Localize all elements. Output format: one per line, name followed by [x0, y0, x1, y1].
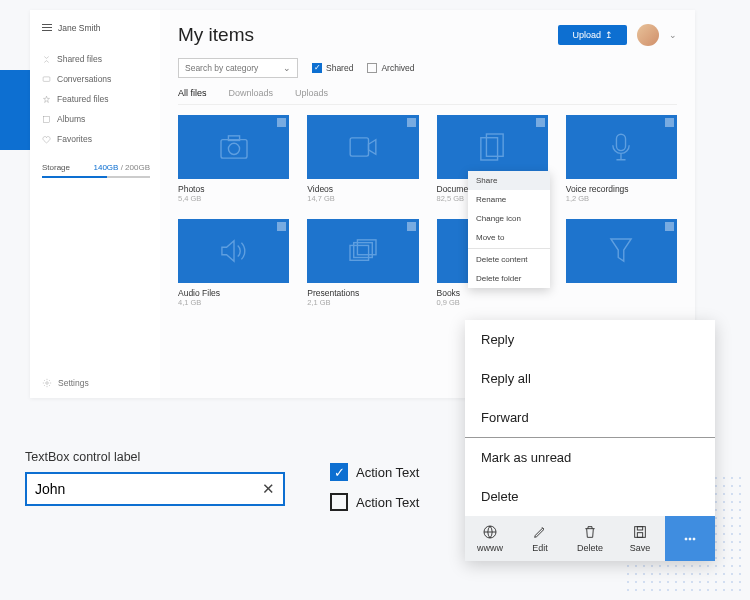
panel-delete[interactable]: Delete — [465, 477, 715, 516]
action-checks: ✓Action Text Action Text — [330, 463, 419, 523]
card-presentations[interactable]: Presentations 2,1 GB — [307, 219, 418, 307]
svg-rect-19 — [637, 533, 642, 538]
upload-icon: ↥ — [605, 30, 613, 40]
textbox-label: TextBox control label — [25, 450, 285, 464]
svg-point-2 — [46, 382, 49, 385]
dropdown-placeholder: Search by category — [185, 63, 258, 73]
card-sub: 14,7 GB — [307, 194, 418, 203]
decorative-block — [0, 70, 30, 150]
card-title: Audio Files — [178, 288, 289, 298]
clear-icon[interactable]: ✕ — [262, 480, 275, 498]
toolbar-label: Edit — [532, 543, 548, 553]
hamburger-icon[interactable] — [42, 22, 52, 33]
action-check-off[interactable]: Action Text — [330, 493, 419, 511]
avatar[interactable] — [637, 24, 659, 46]
action-text-label: Action Text — [356, 465, 419, 480]
textbox-input[interactable] — [35, 481, 262, 497]
context-menu: Share Rename Change icon Move to Delete … — [468, 171, 550, 288]
tab-all-files[interactable]: All files — [178, 88, 207, 98]
user-row[interactable]: Jane Smith — [42, 22, 150, 33]
menu-change-icon[interactable]: Change icon — [468, 209, 550, 228]
menu-delete-content[interactable]: Delete content — [468, 250, 550, 269]
action-text-label: Action Text — [356, 495, 419, 510]
toolbar-save[interactable]: Save — [615, 516, 665, 561]
storage-used: 140GB — [94, 163, 119, 172]
card-title: Voice recordings — [566, 184, 677, 194]
tabs: All files Downloads Uploads — [178, 88, 677, 105]
toolbar-delete[interactable]: Delete — [565, 516, 615, 561]
svg-rect-0 — [43, 76, 50, 81]
sidebar-item-featured[interactable]: Featured files — [42, 89, 150, 109]
svg-rect-1 — [44, 116, 50, 122]
toolbar-edit[interactable]: Edit — [515, 516, 565, 561]
shared-checkbox[interactable]: ✓Shared — [312, 63, 353, 73]
card-photos[interactable]: Photos 5,4 GB — [178, 115, 289, 203]
card-title: Photos — [178, 184, 289, 194]
panel-forward[interactable]: Forward — [465, 398, 715, 437]
archived-label: Archived — [381, 63, 414, 73]
category-dropdown[interactable]: Search by category ⌄ — [178, 58, 298, 78]
card-title: Presentations — [307, 288, 418, 298]
sidebar-item-label: Shared files — [57, 54, 102, 64]
toolbar-label: Save — [630, 543, 651, 553]
toolbar-label: Delete — [577, 543, 603, 553]
sidebar-item-conversations[interactable]: Conversations — [42, 69, 150, 89]
shared-label: Shared — [326, 63, 353, 73]
menu-separator — [468, 248, 550, 249]
svg-rect-18 — [637, 527, 642, 530]
upload-button[interactable]: Upload ↥ — [558, 25, 627, 45]
settings-label: Settings — [58, 378, 89, 388]
tab-downloads[interactable]: Downloads — [229, 88, 274, 98]
storage-bar — [42, 176, 150, 178]
toolbar-more[interactable] — [665, 516, 715, 561]
documents-icon — [479, 132, 505, 162]
sidebar-item-label: Conversations — [57, 74, 111, 84]
save-icon — [632, 524, 648, 540]
card-sub: 5,4 GB — [178, 194, 289, 203]
svg-point-4 — [228, 143, 239, 154]
card-videos[interactable]: Videos 14,7 GB — [307, 115, 418, 203]
trash-icon — [582, 524, 598, 540]
archived-checkbox[interactable]: Archived — [367, 63, 414, 73]
card-title: Videos — [307, 184, 418, 194]
svg-rect-9 — [617, 134, 626, 150]
menu-share[interactable]: Share — [468, 171, 550, 190]
panel-mark-unread[interactable]: Mark as unread — [465, 438, 715, 477]
storage-capacity: 200GB — [125, 163, 150, 172]
menu-move-to[interactable]: Move to — [468, 228, 550, 247]
textbox-control: TextBox control label ✕ — [25, 450, 285, 506]
page-title: My items — [178, 24, 254, 46]
sidebar-item-shared[interactable]: Shared files — [42, 49, 150, 69]
user-name: Jane Smith — [58, 23, 101, 33]
storage-label: Storage — [42, 163, 70, 172]
chevron-down-icon[interactable]: ⌄ — [669, 30, 677, 40]
menu-delete-folder[interactable]: Delete folder — [468, 269, 550, 288]
svg-rect-6 — [350, 138, 368, 156]
sidebar-item-label: Favorites — [57, 134, 92, 144]
card-sub: 1,2 GB — [566, 194, 677, 203]
card-filter[interactable] — [566, 219, 677, 307]
panel-toolbar: wwww Edit Delete Save — [465, 516, 715, 561]
panel-reply-all[interactable]: Reply all — [465, 359, 715, 398]
tab-uploads[interactable]: Uploads — [295, 88, 328, 98]
video-icon — [348, 136, 378, 158]
chevron-down-icon: ⌄ — [283, 63, 291, 73]
action-check-on[interactable]: ✓Action Text — [330, 463, 419, 481]
svg-rect-5 — [228, 136, 239, 141]
svg-rect-3 — [221, 140, 247, 159]
card-audio[interactable]: Audio Files 4,1 GB — [178, 219, 289, 307]
toolbar-globe[interactable]: wwww — [465, 516, 515, 561]
action-panel: Reply Reply all Forward Mark as unread D… — [465, 320, 715, 561]
mic-icon — [611, 132, 631, 162]
menu-rename[interactable]: Rename — [468, 190, 550, 209]
sidebar-item-albums[interactable]: Albums — [42, 109, 150, 129]
settings-link[interactable]: Settings — [42, 378, 150, 388]
panel-reply[interactable]: Reply — [465, 320, 715, 359]
sidebar-item-favorites[interactable]: Favorites — [42, 129, 150, 149]
sidebar-item-label: Albums — [57, 114, 85, 124]
card-voice[interactable]: Voice recordings 1,2 GB — [566, 115, 677, 203]
textbox[interactable]: ✕ — [25, 472, 285, 506]
card-sub: 4,1 GB — [178, 298, 289, 307]
speaker-icon — [220, 238, 248, 264]
card-title: Books — [437, 288, 548, 298]
